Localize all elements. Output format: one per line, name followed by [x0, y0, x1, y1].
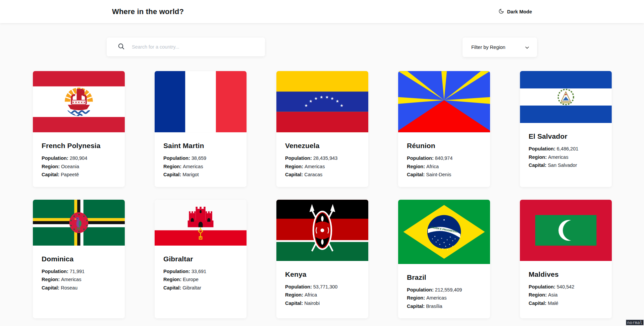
region-line: Region: Africa — [285, 291, 360, 299]
region-value: Americas — [181, 164, 203, 169]
capital-label: Capital: — [163, 172, 181, 177]
svg-text:★: ★ — [70, 224, 72, 227]
region-value: Europe — [181, 277, 199, 282]
capital-line: Capital: Saint-Denis — [407, 171, 481, 179]
region-label: Region: — [42, 164, 60, 169]
region-line: Region: Americas — [42, 275, 116, 284]
population-line: Population: 28,435,943 — [285, 154, 360, 162]
population-label: Population: — [42, 269, 68, 274]
population-line: Population: 280,904 — [42, 154, 116, 162]
svg-text:★: ★ — [304, 103, 308, 108]
country-card-kenya[interactable]: Kenya Population: 53,771,300Region: Afri… — [276, 200, 368, 319]
capital-label: Capital: — [42, 285, 59, 290]
population-value: 53,771,300 — [312, 284, 338, 289]
capital-label: Capital: — [529, 301, 546, 306]
capital-label: Capital: — [407, 172, 425, 177]
dark-mode-label: Dark Mode — [507, 9, 532, 14]
country-card-brazil[interactable]: ORDEM E PROGRESSO Brazil Population: 212… — [398, 200, 490, 319]
region-label: Region: — [407, 164, 425, 169]
region-label: Region: — [163, 277, 181, 282]
search-input[interactable] — [132, 44, 262, 50]
flag-kenya — [276, 200, 368, 261]
capital-line: Capital: San Salvador — [529, 161, 603, 170]
svg-text:★: ★ — [335, 99, 339, 104]
app-header: Where in the world? Dark Mode — [0, 0, 644, 23]
population-value: 280,904 — [68, 155, 87, 161]
population-value: 71,991 — [68, 269, 85, 274]
flag-maldives — [520, 200, 612, 261]
capital-value: Brasília — [425, 304, 442, 309]
dark-mode-toggle[interactable]: Dark Mode — [498, 8, 532, 15]
country-name: Réunion — [407, 141, 481, 150]
population-line: Population: 71,991 — [42, 267, 116, 276]
region-label: Region: — [163, 164, 181, 169]
flag-el-salvador — [520, 71, 612, 123]
region-value: Americas — [425, 295, 446, 301]
svg-text:★: ★ — [83, 227, 85, 231]
flag-saint-martin — [155, 71, 247, 132]
population-label: Population: — [285, 155, 312, 161]
search-icon — [118, 43, 124, 51]
population-line: Population: 38,659 — [163, 154, 238, 162]
country-name: Venezuela — [285, 141, 360, 150]
region-filter-select[interactable]: Filter by Region — [463, 38, 537, 57]
country-card-maldives[interactable]: Maldives Population: 540,542Region: Asia… — [520, 200, 612, 319]
moon-icon — [498, 8, 504, 15]
region-label: Region: — [529, 154, 547, 160]
capital-line: Capital: Marigot — [163, 171, 238, 179]
region-line: Region: Americas — [163, 162, 238, 171]
country-card-body: El Salvador Population: 6,486,201Region:… — [520, 123, 612, 178]
svg-text:★: ★ — [83, 214, 85, 218]
population-label: Population: — [407, 287, 434, 292]
capital-line: Capital: Nairobi — [285, 299, 360, 308]
country-card-reunion[interactable]: Réunion Population: 840,974Region: Afric… — [398, 71, 490, 187]
country-name: Gibraltar — [163, 254, 238, 264]
svg-text:★: ★ — [320, 95, 323, 100]
country-card-body: Gibraltar Population: 33,691Region: Euro… — [155, 246, 247, 300]
search-box — [107, 38, 265, 56]
population-line: Population: 212,559,409 — [407, 286, 481, 294]
capital-value: Marigot — [181, 172, 199, 177]
capital-value: Caracas — [303, 172, 322, 177]
capital-label: Capital: — [285, 301, 303, 306]
capital-line: Capital: Papeetē — [42, 171, 116, 179]
country-card-venezuela[interactable]: ★★★★★★★★ Venezuela Population: 28,435,94… — [276, 71, 368, 187]
capital-value: Malé — [546, 301, 558, 306]
population-value: 33,691 — [190, 269, 206, 274]
flag-venezuela: ★★★★★★★★ — [276, 71, 368, 132]
svg-text:★: ★ — [86, 224, 88, 227]
countries-grid: ××××× French Polynesia Population: 280,9… — [0, 57, 644, 318]
population-value: 38,659 — [190, 155, 206, 161]
country-card-saint-martin[interactable]: Saint Martin Population: 38,659Region: A… — [155, 71, 247, 187]
svg-text:★: ★ — [325, 95, 329, 100]
country-card-body: Brazil Population: 212,559,409Region: Am… — [398, 264, 490, 319]
country-card-body: Réunion Population: 840,974Region: Afric… — [398, 132, 490, 187]
country-name: Dominica — [42, 254, 116, 264]
country-card-gibraltar[interactable]: Gibraltar Population: 33,691Region: Euro… — [155, 200, 247, 319]
flag-dominica: ★★★★★★★★★★ — [33, 200, 125, 246]
country-name: Brazil — [407, 273, 481, 282]
capital-value: Saint-Denis — [425, 172, 451, 177]
region-value: Africa — [303, 292, 317, 298]
country-card-el-salvador[interactable]: El Salvador Population: 6,486,201Region:… — [520, 71, 612, 187]
population-label: Population: — [529, 284, 555, 289]
country-card-body: Saint Martin Population: 38,659Region: A… — [155, 132, 247, 187]
country-card-body: Dominica Population: 71,991Region: Ameri… — [33, 246, 125, 300]
population-label: Population: — [407, 155, 434, 161]
region-value: Americas — [547, 154, 568, 160]
flag-french-polynesia: ××××× — [33, 71, 125, 132]
region-label: Region: — [285, 164, 303, 169]
flag-brazil: ORDEM E PROGRESSO — [398, 200, 490, 264]
capital-line: Capital: Roseau — [42, 284, 116, 292]
population-line: Population: 6,486,201 — [529, 145, 603, 153]
population-line: Population: 53,771,300 — [285, 283, 360, 291]
population-value: 212,559,409 — [434, 287, 462, 292]
region-line: Region: Americas — [529, 153, 603, 161]
country-card-dominica[interactable]: ★★★★★★★★★★ Dominica Population: 71,991Re… — [33, 200, 125, 319]
country-name: Maldives — [529, 270, 603, 279]
chevron-down-icon — [525, 45, 529, 50]
country-card-french-polynesia[interactable]: ××××× French Polynesia Population: 280,9… — [33, 71, 125, 187]
population-line: Population: 840,974 — [407, 154, 481, 162]
region-line: Region: Europe — [163, 275, 238, 284]
region-line: Region: Asia — [529, 291, 603, 299]
